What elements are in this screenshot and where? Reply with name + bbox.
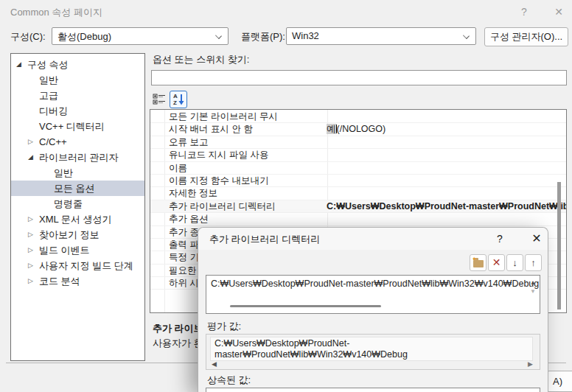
property-row[interactable]: 이름 지정 함수 내보내기 <box>150 175 566 187</box>
tree-item[interactable]: 일반 <box>11 165 144 181</box>
search-input[interactable] <box>151 70 567 85</box>
config-tree: ◢구성 속성일반고급디버깅VC++ 디렉터리▷C/C++◢라이브러리 관리자일반… <box>10 53 145 361</box>
scroll-down-icon[interactable]: ▼ <box>530 288 536 295</box>
evaluated-value-box: C:₩Users₩Desktop₩ProudNet-master₩ProudNe… <box>206 334 540 370</box>
apply-button[interactable]: A) <box>546 371 572 392</box>
text-caret <box>336 125 337 133</box>
expanded-arrow-icon[interactable]: ◢ <box>28 150 33 165</box>
tree-item[interactable]: ▷C/C++ <box>11 134 144 150</box>
property-name: 시작 배너 표시 안 함 <box>164 123 323 135</box>
tree-item[interactable]: 모든 옵션 <box>11 181 144 196</box>
tree-item-label: VC++ 디렉터리 <box>39 121 105 132</box>
row-gutter <box>150 111 164 122</box>
property-pages-dialog: { "window": { "title": "Common 속성 페이지", … <box>0 0 572 392</box>
property-row[interactable]: 오류 보고 <box>150 136 566 149</box>
tree-item[interactable]: 일반 <box>11 72 144 88</box>
property-value[interactable]: 예(/NOLOGO) <box>323 123 566 135</box>
grid-vertical-scrollbar[interactable] <box>557 182 561 309</box>
property-value[interactable] <box>323 162 566 174</box>
tree-item[interactable]: ◢구성 속성 <box>11 57 144 72</box>
move-down-button[interactable]: ↓ <box>506 254 523 271</box>
tree-item[interactable]: ▷찾아보기 정보 <box>11 227 144 242</box>
property-row[interactable]: 시작 배너 표시 안 함예(/NOLOGO) <box>150 123 566 136</box>
tree-item[interactable]: 고급 <box>11 88 144 103</box>
property-name: 자세한 정보 <box>164 187 323 199</box>
scroll-right-icon[interactable]: ▶ <box>528 360 533 368</box>
collapsed-arrow-icon[interactable]: ▷ <box>28 227 33 242</box>
tree-item-label: 라이브러리 관리자 <box>39 152 119 163</box>
inherited-values-label: 상속된 값: <box>207 374 251 387</box>
row-gutter <box>150 123 164 135</box>
list-horizontal-scrollbar[interactable] <box>230 305 381 307</box>
scroll-up-icon[interactable]: ▲ <box>530 279 536 286</box>
inherited-values-box[interactable] <box>206 388 540 392</box>
sparkle-icon: ✦ <box>472 256 477 262</box>
popup-toolbar: ✦ ✕ ↓ ↑ <box>470 254 542 271</box>
help-icon[interactable]: ? <box>516 4 532 19</box>
chevron-down-icon <box>463 32 470 39</box>
tree-item[interactable]: ▷빌드 이벤트 <box>11 242 144 258</box>
property-name: 유니코드 지시 파일 사용 <box>164 149 323 161</box>
close-icon[interactable]: ✕ <box>551 4 567 19</box>
property-row[interactable]: 유니코드 지시 파일 사용 <box>150 149 566 161</box>
collapsed-arrow-icon[interactable]: ▷ <box>28 242 33 258</box>
tree-item[interactable]: VC++ 디렉터리 <box>11 119 144 134</box>
delete-line-button[interactable]: ✕ <box>488 254 505 271</box>
property-name: 모든 기본 라이브러리 무시 <box>164 111 323 122</box>
row-gutter <box>150 187 164 199</box>
popup-close-icon[interactable]: ✕ <box>529 231 545 246</box>
tree-item-label: 사용자 지정 빌드 단계 <box>39 260 133 271</box>
tree-item[interactable]: ▷사용자 지정 빌드 단계 <box>11 258 144 273</box>
configuration-select[interactable]: 활성(Debug) <box>52 27 229 45</box>
row-gutter <box>150 175 164 186</box>
categorized-view-button[interactable] <box>150 91 168 108</box>
alphabetical-sort-button[interactable]: A Z <box>170 91 187 108</box>
property-name: 오류 보고 <box>164 136 323 148</box>
platform-select[interactable]: Win32 <box>286 27 476 45</box>
tree-item[interactable]: ◢라이브러리 관리자 <box>11 150 144 165</box>
collapsed-arrow-icon[interactable]: ▷ <box>28 134 33 150</box>
row-gutter <box>150 162 164 174</box>
row-gutter <box>150 265 164 276</box>
collapsed-arrow-icon[interactable]: ▷ <box>28 211 33 227</box>
property-name: 추가 옵션 <box>164 213 323 225</box>
directory-entry[interactable]: C:₩Users₩Desktop₩ProudNet-master₩ProudNe… <box>211 279 539 289</box>
tree-item-label: 일반 <box>39 74 58 85</box>
collapsed-arrow-icon[interactable]: ▷ <box>28 258 33 273</box>
property-row[interactable]: 모든 기본 라이브러리 무시 <box>150 111 566 123</box>
property-row[interactable]: 추가 라이브러리 디렉터리C:₩Users₩Desktop₩ProudNet-m… <box>150 200 566 213</box>
alphabetical-sort-icon: A Z <box>170 91 186 108</box>
tree-item[interactable]: ▷XML 문서 생성기 <box>11 211 144 227</box>
tree-item[interactable]: 명령줄 <box>11 196 144 211</box>
property-value[interactable]: C:₩Users₩Desktop₩ProudNet-master₩ProudNe… <box>323 200 566 212</box>
tree-item[interactable]: ▷코드 분석 <box>11 273 144 289</box>
platform-value: Win32 <box>292 30 319 41</box>
scroll-left-icon[interactable]: ◀ <box>212 360 217 368</box>
row-gutter <box>150 226 164 238</box>
popup-help-icon[interactable]: ? <box>492 231 508 246</box>
directories-list[interactable]: C:₩Users₩Desktop₩ProudNet-master₩ProudNe… <box>206 275 540 314</box>
row-gutter <box>150 149 164 161</box>
new-line-button[interactable]: ✦ <box>470 254 486 271</box>
property-value[interactable] <box>323 111 566 122</box>
property-row[interactable]: 자세한 정보 <box>150 187 566 200</box>
property-value[interactable] <box>323 213 566 225</box>
tree-item-label: 디버깅 <box>39 105 68 116</box>
tree-item-label: C/C++ <box>39 136 67 147</box>
svg-text:Z: Z <box>173 99 177 106</box>
categorized-icon <box>151 91 167 108</box>
move-up-button[interactable]: ↑ <box>525 254 542 271</box>
property-value[interactable] <box>323 175 566 186</box>
property-value[interactable] <box>323 136 566 148</box>
window-title: Common 속성 페이지 <box>10 6 102 19</box>
property-row[interactable]: 추가 옵션 <box>150 213 566 225</box>
collapsed-arrow-icon[interactable]: ▷ <box>28 273 33 289</box>
property-row[interactable]: 이름 <box>150 162 566 175</box>
property-value[interactable] <box>323 187 566 199</box>
tree-item[interactable]: 디버깅 <box>11 103 144 119</box>
configuration-manager-button[interactable]: 구성 관리자(O)... <box>484 27 568 46</box>
arrow-up-icon: ↑ <box>526 255 541 270</box>
expanded-arrow-icon[interactable]: ◢ <box>16 57 21 72</box>
property-name: 이름 지정 함수 내보내기 <box>164 175 323 186</box>
property-value[interactable] <box>323 149 566 161</box>
